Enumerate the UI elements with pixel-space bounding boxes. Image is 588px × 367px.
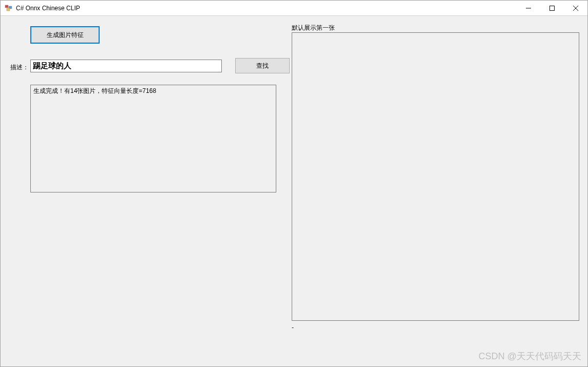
log-output[interactable]: 生成完成！有14张图片，特征向量长度=7168 — [30, 85, 276, 192]
description-label: 描述： — [10, 63, 29, 72]
titlebar[interactable]: C# Onnx Chinese CLIP — [1, 1, 587, 16]
minimize-icon — [526, 6, 531, 11]
search-button[interactable]: 查找 — [235, 58, 290, 73]
app-icon — [5, 4, 13, 12]
minimize-button[interactable] — [517, 1, 540, 15]
close-button[interactable] — [564, 1, 587, 15]
close-icon — [573, 6, 578, 11]
preview-footer: - — [292, 324, 294, 331]
app-window: C# Onnx Chinese CLIP 生成图片特征 描述： — [0, 0, 588, 367]
svg-rect-4 — [550, 6, 555, 10]
generate-features-button[interactable]: 生成图片特征 — [30, 26, 100, 44]
window-controls — [517, 1, 587, 15]
maximize-icon — [549, 6, 555, 11]
svg-rect-0 — [5, 5, 8, 8]
svg-rect-2 — [7, 8, 10, 11]
watermark: CSDN @天天代码码天天 — [479, 350, 581, 362]
preview-label: 默认展示第一张 — [292, 24, 335, 32]
maximize-button[interactable] — [540, 1, 564, 15]
client-area: 生成图片特征 描述： 查找 生成完成！有14张图片，特征向量长度=7168 默认… — [1, 16, 587, 366]
image-preview-box — [292, 32, 579, 321]
window-title: C# Onnx Chinese CLIP — [16, 5, 517, 12]
description-input[interactable] — [30, 60, 222, 72]
